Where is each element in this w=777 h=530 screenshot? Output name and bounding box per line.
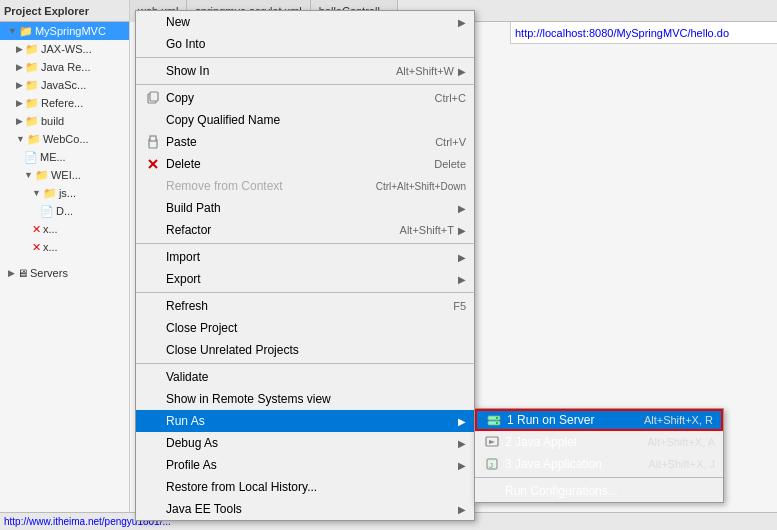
- server-run-icon: [485, 413, 503, 427]
- tree-arrow: ▼: [8, 26, 17, 36]
- tree-arrow: ▼: [16, 134, 25, 144]
- folder-icon: 📁: [25, 115, 39, 128]
- menu-go-into[interactable]: Go Into: [136, 33, 474, 55]
- run-as-submenu: 1 Run on Server Alt+Shift+X, R 2 Java Ap…: [474, 408, 724, 503]
- svg-rect-3: [150, 136, 156, 141]
- svg-point-9: [496, 422, 498, 424]
- tree-item-webc[interactable]: ▼ 📁 WebCo...: [0, 130, 129, 148]
- submenu-arrow: ▶: [458, 416, 466, 427]
- menu-debug-as[interactable]: Debug As ▶: [136, 432, 474, 454]
- submenu-arrow: ▶: [458, 225, 466, 236]
- submenu-java-app[interactable]: J 3 Java Application Alt+Shift+X, J: [475, 453, 723, 475]
- menu-remove-context[interactable]: Remove from Context Ctrl+Alt+Shift+Down: [136, 175, 474, 197]
- tree-arrow: ▶: [16, 62, 23, 72]
- tree-item-myspringmvc[interactable]: ▼ 📁 MySpringMVC: [0, 22, 129, 40]
- svg-text:J: J: [489, 461, 493, 470]
- submenu-arrow: ▶: [458, 274, 466, 285]
- submenu-run-on-server[interactable]: 1 Run on Server Alt+Shift+X, R: [475, 409, 723, 431]
- project-explorer: Project Explorer ▼ 📁 MySpringMVC ▶ 📁 JAX…: [0, 0, 130, 530]
- menu-java-ee-tools[interactable]: Java EE Tools ▶: [136, 498, 474, 520]
- paste-icon: [144, 135, 162, 149]
- file-icon: 📄: [40, 205, 54, 218]
- menu-copy[interactable]: Copy Ctrl+C: [136, 87, 474, 109]
- folder-icon: 📁: [19, 25, 33, 38]
- tree-item-servers[interactable]: ▶ 🖥 Servers: [0, 264, 129, 282]
- tree-arrow: ▼: [24, 170, 33, 180]
- tree-item-build[interactable]: ▶ 📁 build: [0, 112, 129, 130]
- context-menu: New ▶ Go Into Show In Alt+Shift+W ▶ Copy…: [135, 10, 475, 521]
- submenu-arrow: ▶: [458, 460, 466, 471]
- explorer-header: Project Explorer: [0, 0, 129, 22]
- menu-validate[interactable]: Validate: [136, 366, 474, 388]
- tree-item-js[interactable]: ▼ 📁 js...: [0, 184, 129, 202]
- menu-copy-qualified[interactable]: Copy Qualified Name: [136, 109, 474, 131]
- menu-close-project[interactable]: Close Project: [136, 317, 474, 339]
- tree-item-javasc[interactable]: ▶ 📁 JavaSc...: [0, 76, 129, 94]
- tree-arrow: ▶: [8, 268, 15, 278]
- tree-item-me[interactable]: 📄 ME...: [0, 148, 129, 166]
- folder-icon: 📁: [25, 79, 39, 92]
- separator-4: [136, 292, 474, 293]
- menu-refresh[interactable]: Refresh F5: [136, 295, 474, 317]
- submenu-arrow: ▶: [458, 66, 466, 77]
- separator-3: [136, 243, 474, 244]
- submenu-arrow: ▶: [458, 252, 466, 263]
- svg-rect-1: [150, 92, 158, 101]
- folder-icon: 📁: [25, 97, 39, 110]
- submenu-run-configs[interactable]: Run Configurations...: [475, 480, 723, 502]
- tree-arrow: ▶: [16, 98, 23, 108]
- tree-item-jaxws[interactable]: ▶ 📁 JAX-WS...: [0, 40, 129, 58]
- menu-profile-as[interactable]: Profile As ▶: [136, 454, 474, 476]
- delete-icon: [144, 157, 162, 171]
- tree-arrow: ▶: [16, 44, 23, 54]
- submenu-separator: [475, 477, 723, 478]
- tree-item-x1[interactable]: ✕ x...: [0, 220, 129, 238]
- svg-marker-11: [489, 440, 495, 444]
- file-icon: 📄: [24, 151, 38, 164]
- menu-run-as[interactable]: Run As ▶ 1 Run on Server Alt+Shift+X, R: [136, 410, 474, 432]
- separator-2: [136, 84, 474, 85]
- submenu-java-applet[interactable]: 2 Java Applet Alt+Shift+X, A: [475, 431, 723, 453]
- menu-import[interactable]: Import ▶: [136, 246, 474, 268]
- menu-export[interactable]: Export ▶: [136, 268, 474, 290]
- tree-item-wei[interactable]: ▼ 📁 WEI...: [0, 166, 129, 184]
- file-icon: ✕: [32, 223, 41, 236]
- menu-new[interactable]: New ▶: [136, 11, 474, 33]
- submenu-arrow: ▶: [458, 17, 466, 28]
- folder-icon: 📁: [25, 61, 39, 74]
- menu-show-remote[interactable]: Show in Remote Systems view: [136, 388, 474, 410]
- tree-arrow: ▶: [16, 116, 23, 126]
- file-icon: ✕: [32, 241, 41, 254]
- separator-5: [136, 363, 474, 364]
- address-bar: http://localhost:8080/MySpringMVC/hello.…: [510, 22, 777, 44]
- menu-refactor[interactable]: Refactor Alt+Shift+T ▶: [136, 219, 474, 241]
- server-icon: 🖥: [17, 267, 28, 279]
- applet-icon: [483, 435, 501, 449]
- separator-1: [136, 57, 474, 58]
- svg-rect-7: [488, 421, 500, 425]
- svg-point-8: [496, 417, 498, 419]
- copy-icon: [144, 91, 162, 105]
- submenu-arrow: ▶: [458, 203, 466, 214]
- menu-show-in[interactable]: Show In Alt+Shift+W ▶: [136, 60, 474, 82]
- submenu-arrow: ▶: [458, 504, 466, 515]
- tree-item-x2[interactable]: ✕ x...: [0, 238, 129, 256]
- submenu-arrow: ▶: [458, 438, 466, 449]
- menu-delete[interactable]: Delete Delete: [136, 153, 474, 175]
- tree-item-javare[interactable]: ▶ 📁 Java Re...: [0, 58, 129, 76]
- folder-icon: 📁: [27, 133, 41, 146]
- menu-close-unrelated[interactable]: Close Unrelated Projects: [136, 339, 474, 361]
- svg-rect-6: [488, 416, 500, 420]
- url-text: http://localhost:8080/MySpringMVC/hello.…: [515, 27, 729, 39]
- tree-item-d[interactable]: 📄 D...: [0, 202, 129, 220]
- tree-arrow: ▼: [32, 188, 41, 198]
- folder-icon: 📁: [43, 187, 57, 200]
- menu-build-path[interactable]: Build Path ▶: [136, 197, 474, 219]
- menu-paste[interactable]: Paste Ctrl+V: [136, 131, 474, 153]
- tree-item-refere[interactable]: ▶ 📁 Refere...: [0, 94, 129, 112]
- folder-icon: 📁: [35, 169, 49, 182]
- menu-restore-history[interactable]: Restore from Local History...: [136, 476, 474, 498]
- folder-icon: 📁: [25, 43, 39, 56]
- tree-arrow: ▶: [16, 80, 23, 90]
- java-app-icon: J: [483, 457, 501, 471]
